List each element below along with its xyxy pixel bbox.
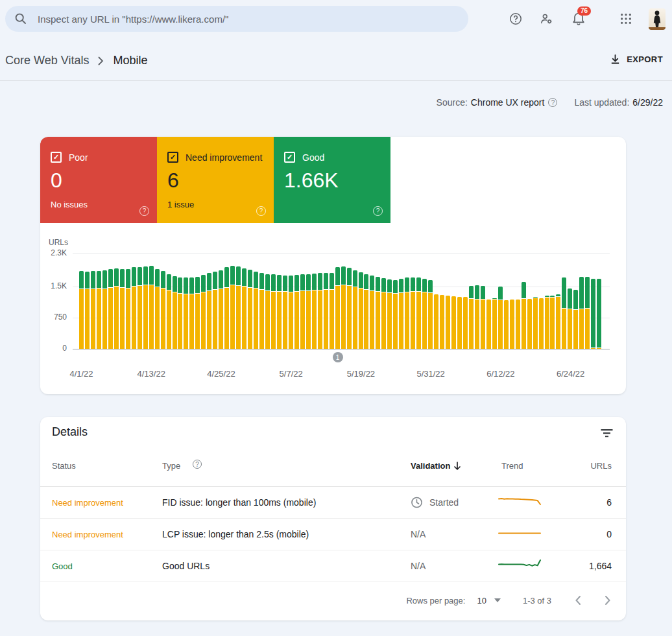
bar-day-58[interactable] <box>416 277 421 349</box>
series-checkbox-need-improvement[interactable]: ✓ <box>167 152 178 163</box>
bar-day-6[interactable] <box>114 268 119 349</box>
bar-day-41[interactable] <box>318 273 322 349</box>
bar-day-40[interactable] <box>312 274 317 349</box>
col-header-urls[interactable]: URLs <box>590 461 612 471</box>
bar-day-63[interactable] <box>446 296 450 349</box>
bar-day-13[interactable] <box>155 269 160 349</box>
bar-day-60[interactable] <box>428 280 433 349</box>
previous-page-icon[interactable] <box>575 595 581 606</box>
type-help-icon[interactable]: ? <box>193 460 202 469</box>
bar-day-12[interactable] <box>149 266 154 349</box>
bar-day-0[interactable] <box>79 271 84 349</box>
bar-day-33[interactable] <box>271 274 276 349</box>
help-icon[interactable] <box>509 12 522 25</box>
bar-day-51[interactable] <box>376 277 380 349</box>
bar-day-71[interactable] <box>492 298 497 349</box>
bar-day-30[interactable] <box>254 272 258 349</box>
avatar[interactable] <box>649 8 666 30</box>
bar-day-84[interactable] <box>568 289 572 349</box>
bar-day-23[interactable] <box>213 272 217 349</box>
notifications-button[interactable]: 76 <box>571 11 588 28</box>
bar-day-44[interactable] <box>335 267 340 349</box>
bar-day-73[interactable] <box>504 300 509 349</box>
user-settings-icon[interactable] <box>540 12 553 25</box>
bar-day-36[interactable] <box>289 276 293 349</box>
bar-day-64[interactable] <box>451 296 456 349</box>
rows-per-page-value[interactable]: 10 <box>477 596 486 606</box>
col-header-trend[interactable]: Trend <box>501 461 523 471</box>
bar-day-81[interactable] <box>550 296 555 349</box>
bar-day-17[interactable] <box>178 277 182 349</box>
series-checkbox-good[interactable]: ✓ <box>284 152 295 163</box>
bar-day-26[interactable] <box>230 266 235 349</box>
bar-day-54[interactable] <box>393 280 398 349</box>
rows-per-page-dropdown-icon[interactable] <box>494 598 501 602</box>
bar-day-62[interactable] <box>440 295 444 349</box>
bar-day-52[interactable] <box>381 278 386 349</box>
bar-day-69[interactable] <box>481 286 485 349</box>
bar-day-75[interactable] <box>516 300 520 349</box>
bar-day-9[interactable] <box>132 267 136 349</box>
card-help-icon[interactable]: ? <box>139 206 149 216</box>
bar-day-4[interactable] <box>102 270 107 349</box>
bar-day-38[interactable] <box>300 274 305 349</box>
bar-day-25[interactable] <box>224 267 229 349</box>
bar-day-8[interactable] <box>126 269 130 349</box>
bar-day-50[interactable] <box>370 276 374 349</box>
bar-day-76[interactable] <box>522 282 526 349</box>
col-header-type[interactable]: Type <box>162 461 180 471</box>
bar-day-5[interactable] <box>108 269 113 349</box>
bar-day-56[interactable] <box>405 277 409 349</box>
bar-day-72[interactable] <box>498 287 503 349</box>
source-help-icon[interactable]: ? <box>548 98 557 107</box>
col-header-validation[interactable]: Validation <box>411 461 461 471</box>
url-inspect-search[interactable] <box>5 6 468 32</box>
bar-day-55[interactable] <box>399 279 403 349</box>
bar-day-37[interactable] <box>294 275 299 349</box>
next-page-icon[interactable] <box>605 595 611 606</box>
bar-day-28[interactable] <box>242 268 246 349</box>
bar-day-61[interactable] <box>434 294 438 349</box>
bar-day-27[interactable] <box>236 266 241 349</box>
bar-day-57[interactable] <box>411 277 415 349</box>
bar-day-45[interactable] <box>341 266 346 349</box>
bar-day-77[interactable] <box>527 299 532 349</box>
bar-day-34[interactable] <box>277 275 282 349</box>
search-input[interactable] <box>36 13 459 25</box>
bar-day-67[interactable] <box>469 286 474 349</box>
bar-day-46[interactable] <box>347 268 352 349</box>
bar-day-53[interactable] <box>387 279 392 349</box>
bar-day-21[interactable] <box>201 275 206 349</box>
bar-day-24[interactable] <box>219 270 223 349</box>
table-row[interactable]: Need improvementFID issue: longer than 1… <box>40 486 626 519</box>
bar-day-1[interactable] <box>85 272 90 349</box>
bar-day-16[interactable] <box>173 276 177 349</box>
table-row[interactable]: Need improvementLCP issue: longer than 2… <box>40 518 626 550</box>
bar-day-49[interactable] <box>364 274 368 349</box>
bar-day-14[interactable] <box>161 271 165 349</box>
bar-day-87[interactable] <box>585 277 590 349</box>
bar-day-20[interactable] <box>195 277 200 349</box>
bar-day-48[interactable] <box>359 272 363 349</box>
bar-day-43[interactable] <box>330 273 334 349</box>
apps-grid-icon[interactable] <box>619 12 632 25</box>
bar-day-35[interactable] <box>283 276 287 349</box>
bar-day-29[interactable] <box>248 270 252 349</box>
bar-day-32[interactable] <box>265 274 270 349</box>
bar-day-88[interactable] <box>591 279 595 349</box>
series-checkbox-poor[interactable]: ✓ <box>51 152 62 163</box>
bar-day-86[interactable] <box>579 277 584 349</box>
table-row[interactable]: GoodGood URLsN/A1,664 <box>40 550 626 582</box>
bar-day-19[interactable] <box>189 277 194 349</box>
bar-day-10[interactable] <box>138 267 142 349</box>
breadcrumb-core-web-vitals[interactable]: Core Web Vitals <box>5 54 89 67</box>
bar-day-59[interactable] <box>422 279 427 349</box>
bar-day-15[interactable] <box>167 274 171 349</box>
bar-day-42[interactable] <box>324 273 328 349</box>
bar-day-3[interactable] <box>97 271 101 349</box>
bar-day-68[interactable] <box>475 285 479 349</box>
bar-day-79[interactable] <box>539 298 544 349</box>
bar-day-11[interactable] <box>143 266 148 349</box>
export-button[interactable]: EXPORT <box>610 54 663 65</box>
card-help-icon[interactable]: ? <box>373 206 383 216</box>
